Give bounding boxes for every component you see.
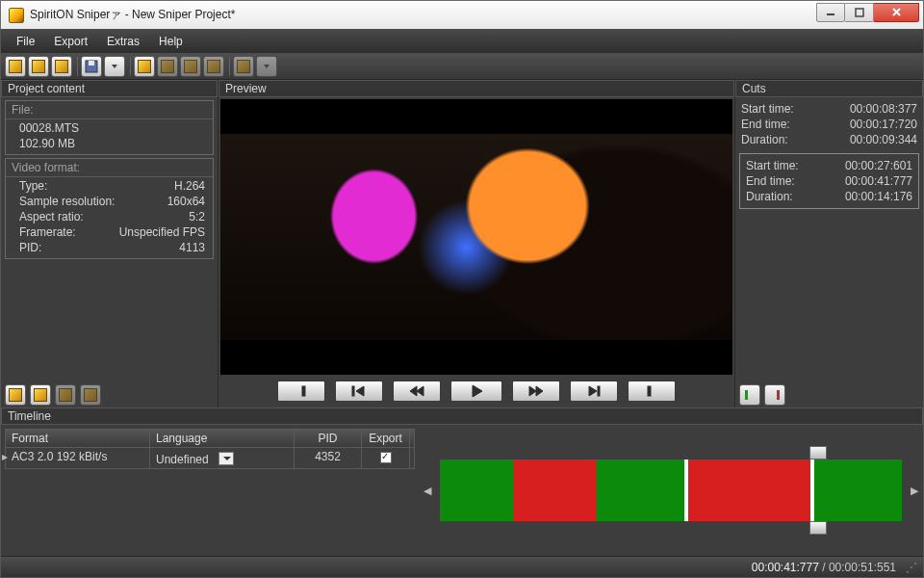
folder-remove-icon — [55, 60, 68, 73]
cut-start-label: Start time: — [746, 159, 845, 172]
res-label: Sample resolution: — [19, 195, 128, 208]
timeline-segment[interactable] — [514, 460, 597, 521]
main-toolbar — [1, 53, 923, 80]
ar-label: Aspect ratio: — [19, 210, 128, 223]
svg-rect-5 — [89, 61, 94, 66]
tb-cut[interactable] — [203, 56, 224, 77]
timeline-track[interactable] — [440, 460, 902, 521]
video-format-head: Video format: — [6, 159, 213, 177]
track-row-0[interactable]: ▸AC3 2.0 192 kBit/s Undefined 4352 — [6, 447, 414, 468]
language-dropdown[interactable] — [218, 452, 234, 465]
tb-save-dropdown[interactable] — [104, 56, 125, 77]
col-format[interactable]: Format — [6, 430, 150, 447]
play-button[interactable] — [450, 381, 502, 402]
svg-rect-20 — [777, 390, 780, 400]
col-export[interactable]: Export — [362, 430, 410, 447]
proj-down[interactable] — [80, 384, 101, 406]
timeline-scroll-left[interactable]: ◀ — [419, 485, 436, 497]
timeline-segment[interactable] — [597, 460, 684, 521]
close-button[interactable] — [874, 3, 919, 22]
col-pid[interactable]: PID — [295, 430, 362, 447]
status-current-time: 00:00:41:777 — [752, 561, 819, 574]
cut-end-value: 00:00:17:720 — [850, 118, 917, 131]
export-checkbox[interactable] — [380, 452, 392, 463]
svg-rect-9 — [352, 386, 354, 396]
playhead-top[interactable] — [809, 446, 827, 460]
toolbar-separator — [229, 57, 230, 76]
menu-extras[interactable]: Extras — [99, 32, 147, 51]
status-total-time: 00:00:51:551 — [829, 561, 896, 574]
cut-icon — [207, 60, 220, 73]
proj-add[interactable] — [5, 384, 26, 406]
cut-end-label: End time: — [741, 118, 850, 131]
step-back-button[interactable] — [393, 381, 441, 402]
tb-open-3[interactable] — [51, 56, 72, 77]
timeline-area: Format Language PID Export ▸AC3 2.0 192 … — [1, 425, 923, 556]
timeline-segment[interactable] — [440, 460, 514, 521]
menu-file[interactable]: File — [9, 32, 42, 51]
add-icon — [9, 388, 22, 402]
svg-marker-10 — [356, 386, 364, 396]
proj-up[interactable] — [55, 384, 76, 406]
gear-icon — [237, 60, 250, 73]
maximize-button[interactable] — [845, 3, 874, 22]
project-pane: Project content File: 00028.MTS 102.90 M… — [1, 80, 218, 407]
status-bar: 00:00:41:777 / 00:00:51:551 ⋰ — [1, 556, 923, 577]
playhead-bottom[interactable] — [809, 521, 827, 535]
svg-marker-14 — [529, 386, 536, 396]
timeline-segment[interactable] — [688, 460, 810, 521]
proj-remove[interactable] — [30, 384, 51, 406]
goto-start-button[interactable] — [335, 381, 383, 402]
row-language: Undefined — [156, 453, 209, 466]
toolbar-separator — [130, 57, 131, 76]
timeline-scroll-right[interactable]: ▶ — [906, 485, 923, 497]
menu-export[interactable]: Export — [46, 32, 95, 51]
video-viewport[interactable] — [220, 99, 732, 375]
project-pane-title: Project content — [1, 80, 218, 97]
tb-open-1[interactable] — [5, 56, 26, 77]
cut-dur-label: Duration: — [741, 133, 850, 146]
ar-value: 5:2 — [128, 210, 205, 223]
cut-start-label: Start time: — [741, 102, 850, 116]
menu-help[interactable]: Help — [151, 32, 191, 51]
set-out-button[interactable] — [277, 381, 325, 402]
cut-end-value: 00:00:41:777 — [845, 174, 912, 188]
tb-export[interactable] — [134, 56, 155, 77]
tb-undo[interactable] — [157, 56, 178, 77]
res-value: 160x64 — [128, 195, 205, 208]
cuts-mark-out[interactable] — [764, 384, 785, 406]
window-titlebar: SpiritON Sniperァ - New Sniper Project* — [0, 0, 924, 29]
file-info-head: File: — [6, 101, 213, 119]
cuts-mark-in[interactable] — [739, 384, 760, 406]
cuts-pane-title: Cuts — [735, 80, 923, 97]
svg-marker-7 — [264, 65, 270, 68]
svg-marker-6 — [112, 65, 117, 68]
folder-icon — [9, 60, 22, 73]
tb-save[interactable] — [81, 56, 102, 77]
cut-item-0[interactable]: Start time:00:00:08:377 End time:00:00:1… — [735, 97, 923, 151]
timeline-segment[interactable] — [814, 460, 902, 521]
step-fwd-button[interactable] — [512, 381, 560, 402]
file-info-box: File: 00028.MTS 102.90 MB — [5, 100, 214, 155]
tb-settings-dropdown[interactable] — [256, 56, 277, 77]
col-language[interactable]: Language — [150, 430, 295, 447]
video-frame — [220, 134, 732, 341]
cut-item-1[interactable]: Start time:00:00:27:601 End time:00:00:4… — [739, 153, 919, 209]
row-format: AC3 2.0 192 kBit/s — [12, 450, 107, 463]
window-controls — [816, 3, 919, 22]
remove-icon — [34, 388, 47, 402]
svg-rect-17 — [598, 386, 600, 396]
svg-marker-16 — [589, 386, 597, 396]
tb-open-2[interactable] — [28, 56, 49, 77]
tb-settings[interactable] — [233, 56, 254, 77]
pid-value: 4113 — [128, 241, 205, 254]
undo-icon — [161, 60, 174, 73]
resize-grip-icon[interactable]: ⋰ — [906, 561, 917, 574]
arrow-up-icon — [59, 388, 72, 402]
goto-end-button[interactable] — [570, 381, 618, 402]
toolbar-separator — [77, 57, 78, 76]
set-in-button[interactable] — [628, 381, 676, 402]
track-table: Format Language PID Export ▸AC3 2.0 192 … — [1, 425, 419, 556]
minimize-button[interactable] — [816, 3, 845, 22]
tb-redo[interactable] — [180, 56, 201, 77]
